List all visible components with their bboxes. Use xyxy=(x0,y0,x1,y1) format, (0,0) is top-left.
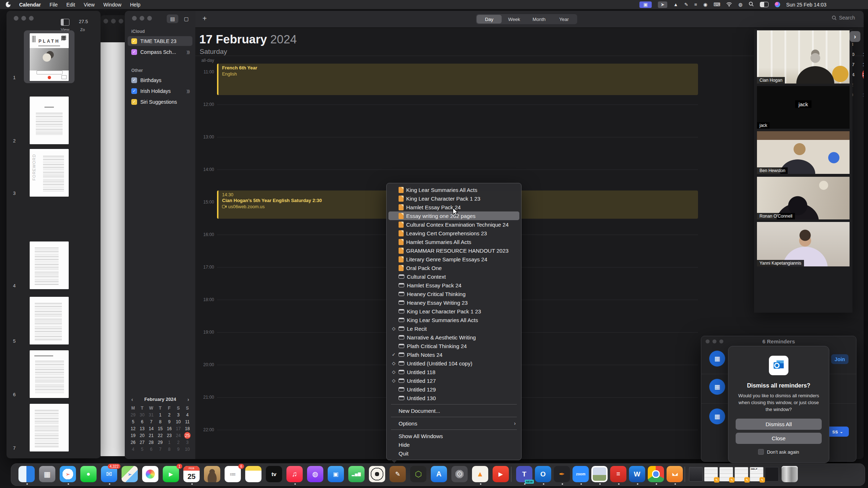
dont-ask-checkbox[interactable] xyxy=(758,449,764,455)
day-cell[interactable]: 29 xyxy=(156,439,165,446)
view-tab-day[interactable]: Day xyxy=(477,15,502,23)
dock-icon-teams[interactable]: TNEW xyxy=(516,466,532,482)
dock-icon-institute-emblem[interactable] xyxy=(369,466,385,482)
day-cell[interactable]: 29 xyxy=(129,411,138,418)
menu-item-plath-critical-thinking-24[interactable]: Plath Critical Thinking 24 xyxy=(388,342,519,350)
day-cell[interactable]: 13 xyxy=(138,425,147,432)
zoom-window-icon[interactable] xyxy=(147,16,152,21)
day-cell[interactable]: 15 xyxy=(156,425,165,432)
menu-item-quit[interactable]: Quit xyxy=(388,449,519,458)
day-cell[interactable]: 30 xyxy=(138,411,147,418)
dock-icon-podcasts[interactable]: ◍ xyxy=(307,466,323,482)
add-event-button[interactable]: + xyxy=(203,14,207,23)
dock-icon-mail[interactable]: ✉4,322 xyxy=(101,466,117,482)
sidebar-item-irish-holidays[interactable]: ✓Irish Holidays))) xyxy=(128,86,192,96)
wifi-icon[interactable] xyxy=(726,2,732,8)
day-cell[interactable]: 6 xyxy=(138,418,147,425)
calendar-list-toggle-icon[interactable]: ▤ xyxy=(167,14,178,23)
day-cell[interactable]: 9 xyxy=(165,418,174,425)
view-switcher[interactable]: DayWeekMonthYear xyxy=(476,14,577,24)
send-icon[interactable]: ➤ xyxy=(658,1,667,8)
dock-icon-safari[interactable]: ➢ xyxy=(60,466,76,482)
day-cell[interactable]: 7 xyxy=(156,446,165,453)
menu-item-file[interactable]: File xyxy=(50,2,58,8)
thumbnail-page-5[interactable]: 5 xyxy=(7,295,101,346)
day-cell[interactable]: 20 xyxy=(138,432,147,439)
mini-month[interactable]: ‹ February 2024 › MTWTFSS293031123456789… xyxy=(128,396,192,453)
menu-item-cultural-contex-examination-technique-24[interactable]: Cultural Contex Examination Technique 24 xyxy=(388,220,519,229)
dock-icon-word[interactable]: W xyxy=(629,466,645,482)
view-tab-week[interactable]: Week xyxy=(502,15,527,23)
thumbnail-page-1[interactable]: PLATH1 xyxy=(7,32,101,82)
day-cell[interactable]: 16 xyxy=(165,425,174,432)
dock-icon-messages[interactable]: ● xyxy=(80,466,97,482)
pencil-icon[interactable]: ✎ xyxy=(684,2,688,7)
zoom-participants-window[interactable]: Cian HoganjackjackBen HewstonRonan O'Con… xyxy=(754,29,852,313)
dock-icon-facetime[interactable]: ▶1 xyxy=(163,466,179,482)
menu-item-heaney-essay-writing-23[interactable]: Heaney Essay Writing 23 xyxy=(388,298,519,307)
dock-min-doc[interactable]: ✎ xyxy=(719,467,733,481)
day-cell[interactable]: 5 xyxy=(129,418,138,425)
day-cell[interactable]: 23 xyxy=(165,432,174,439)
dock-icon-music[interactable]: ♫ xyxy=(286,466,303,482)
day-cell[interactable]: 21 xyxy=(147,432,156,439)
dock-icon-hexagon[interactable]: ⬡ xyxy=(410,466,426,482)
screen-mirroring-icon[interactable]: ▣ xyxy=(639,1,652,8)
day-cell[interactable]: 18 xyxy=(183,425,192,432)
pages-dock-menu[interactable]: King Lear Summaries All ActsKing Lear Ch… xyxy=(386,183,522,460)
video-tile-ben-hewston[interactable]: Ben Hewston xyxy=(757,131,850,174)
dock-icon-maps[interactable]: ➢ xyxy=(122,466,138,482)
event-block[interactable]: French 6th YearEnglish xyxy=(217,64,698,95)
day-cell[interactable]: 10 xyxy=(859,90,864,100)
day-cell[interactable]: 5 xyxy=(138,446,147,453)
menu-item-king-lear-character-pack-1-23[interactable]: King Lear Character Pack 1 23 xyxy=(388,307,519,316)
day-cell[interactable]: 8 xyxy=(165,446,174,453)
control-center-icon[interactable] xyxy=(760,2,769,7)
dock-min-doc[interactable]: ✎ xyxy=(735,467,748,481)
day-cell[interactable]: 1 xyxy=(165,439,174,446)
window-controls[interactable] xyxy=(14,16,34,21)
day-cell[interactable]: 19 xyxy=(129,432,138,439)
day-cell[interactable]: 22 xyxy=(156,432,165,439)
view-tab-year[interactable]: Year xyxy=(552,15,576,23)
video-tile-ronan-o-connell[interactable]: Ronan O'Connell xyxy=(757,177,850,219)
video-tile-yanni-kapetangiannis[interactable]: Yanni Kapetangiannis xyxy=(757,222,850,266)
day-cell[interactable]: 14 xyxy=(147,425,156,432)
dock-icon-calendar[interactable]: FEB25 xyxy=(183,466,200,482)
close-icon[interactable] xyxy=(14,16,18,21)
menu-item-king-lear-summaries-all-acts[interactable]: King Lear Summaries All Acts xyxy=(388,316,519,324)
close-button[interactable]: Close xyxy=(736,433,822,444)
dock-min-doc-delf[interactable]: DELF✎ xyxy=(750,467,763,481)
dock-icon-vlc[interactable]: ▲ xyxy=(472,466,488,482)
thumbnail-page-6[interactable]: 6 xyxy=(7,349,101,399)
menu-item-view[interactable]: View xyxy=(84,2,95,8)
thumbnail-page-4[interactable]: 4 xyxy=(7,240,101,291)
checkbox-icon[interactable]: ✓ xyxy=(131,49,137,55)
day-cell[interactable]: 24 xyxy=(174,432,183,439)
dock-icon-pen-brown[interactable]: ✎ xyxy=(390,466,406,482)
dock-icon-reminders[interactable]: ≔6 xyxy=(225,466,241,482)
checkbox-icon[interactable]: ✓ xyxy=(131,38,137,44)
menu-item-narrative-aesthetic-writing[interactable]: Narrative & Aesthetic Writing xyxy=(388,333,519,342)
day-cell[interactable]: 4 xyxy=(129,446,138,453)
dock-icon-photo-preview[interactable] xyxy=(591,466,608,482)
dock-icon-keynote[interactable]: ▣ xyxy=(328,466,344,482)
menu-item-oral-pack-one[interactable]: Oral Pack One xyxy=(388,264,519,272)
day-cell[interactable]: 9 xyxy=(174,446,183,453)
menu-item-cultural-context[interactable]: Cultural Context xyxy=(388,272,519,281)
day-cell[interactable]: 17 xyxy=(174,425,183,432)
day-cell[interactable]: 6 xyxy=(147,446,156,453)
keyboard-icon[interactable]: ⌨ xyxy=(714,2,720,7)
dock-icon-numbers[interactable]: ▂▅▇ xyxy=(348,466,365,482)
spotlight-icon[interactable] xyxy=(749,1,754,8)
menu-item-show-all-windows[interactable]: Show All Windows xyxy=(388,432,519,440)
sidebar-item-siri-suggestions[interactable]: ✓Siri Suggestions xyxy=(128,97,192,107)
dock-icon-zoom[interactable]: zoom xyxy=(573,466,589,482)
dismiss-all-button[interactable]: Dismiss All xyxy=(736,419,822,430)
checkbox-icon[interactable]: ✓ xyxy=(131,99,137,105)
menu-item-help[interactable]: Help xyxy=(130,2,141,8)
menu-item-hide[interactable]: Hide xyxy=(388,440,519,449)
prev-month-button[interactable]: ‹ xyxy=(128,396,136,402)
day-cell[interactable]: 11 xyxy=(859,49,864,59)
thumbnail-page-7[interactable]: 7 xyxy=(7,402,101,453)
